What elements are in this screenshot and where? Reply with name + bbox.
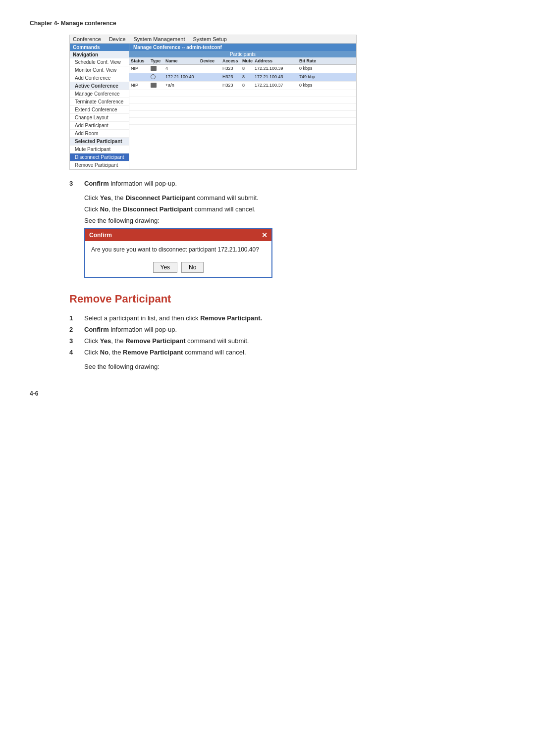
remove-step3-number: 3 [69, 337, 84, 345]
table-row[interactable]: NIP 4 H323 8 172.21.100.39 0 kbps [129, 65, 356, 73]
row1-access: H323 [221, 65, 241, 73]
row1-status: NIP [129, 65, 149, 73]
remove-step4-middle: , the [108, 349, 123, 356]
remove-step4-before: Click [84, 349, 100, 356]
remove-step4-end: command will cancel. [183, 349, 246, 356]
row1-address: 172.21.100.39 [253, 65, 298, 73]
menu-conference[interactable]: Conference [73, 36, 101, 42]
col-header-address: Address [253, 57, 298, 64]
menu-device[interactable]: Device [109, 36, 126, 42]
col-header-bitrate: Bit Rate [298, 57, 327, 64]
nav-panel: Commands Navigation Schedule Conf. View … [70, 44, 129, 169]
table-row-empty [129, 118, 356, 125]
close-icon[interactable]: ✕ [262, 231, 268, 239]
nav-mute-participant[interactable]: Mute Participant [70, 146, 129, 153]
remove-step4-no: No [100, 349, 108, 356]
confirm-bold: Confirm [84, 180, 109, 187]
nav-active-conference-title: Active Conference [70, 82, 129, 90]
nav-terminate-conference[interactable]: Terminate Conference [70, 98, 129, 106]
screenshot-container: Conference Device System Management Syst… [69, 35, 357, 170]
remove-step1-line: 1 Select a participant in list, and then… [69, 314, 505, 322]
row2-access: H323 [221, 73, 241, 81]
row2-name: 172.21.100.40 [164, 73, 199, 81]
row1-type [149, 65, 164, 73]
table-row[interactable]: NIP +a/n H323 8 172.21.100.37 0 kbps [129, 82, 356, 90]
end-1: command will submit. [195, 194, 259, 202]
nav-remove-participant[interactable]: Remove Participant [70, 161, 129, 169]
remove-step1-text: Select a participant in list, and then c… [84, 314, 262, 322]
remove-step3-middle: , the [111, 337, 125, 345]
confirm-message: Are you sure you want to disconnect part… [85, 241, 271, 258]
step3-text: Confirm information will pop-up. [84, 180, 177, 187]
row2-address: 172.21.100.43 [253, 73, 298, 81]
row3-address: 172.21.100.37 [253, 82, 298, 90]
nav-selected-participant-title: Selected Participant [70, 138, 129, 146]
click-label-1: Click [84, 194, 100, 202]
indent1: Click Yes, the Disconnect Participant co… [84, 194, 505, 202]
page-number: 4-6 [30, 390, 505, 397]
nav-add-conference[interactable]: Add Conference [70, 74, 129, 82]
nav-disconnect-participant[interactable]: Disconnect Participant [70, 153, 129, 161]
step3-block: 3 Confirm information will pop-up. [69, 180, 505, 187]
remove-step2-after: information will pop-up. [109, 326, 177, 333]
col-header-mute: Mute [241, 57, 253, 64]
menu-bar: Conference Device System Management Syst… [70, 35, 356, 44]
nav-manage-conference[interactable]: Manage Conference [70, 90, 129, 98]
remove-step2-confirm: Confirm [84, 326, 109, 333]
col-header-name: Name [164, 57, 199, 64]
row3-access: H323 [221, 82, 241, 90]
row3-name: +a/n [164, 82, 199, 90]
participants-header: Participants [129, 51, 356, 57]
yes-bold-1: Yes [100, 194, 111, 202]
end-2: command will cancel. [193, 205, 256, 213]
screenshot-content: Commands Navigation Schedule Conf. View … [70, 44, 356, 169]
nav-add-room[interactable]: Add Room [70, 130, 129, 138]
menu-system-management[interactable]: System Management [134, 36, 185, 42]
row2-device [199, 73, 221, 81]
confirm-title: Confirm [89, 232, 112, 239]
see-drawing-1: See the following drawing: [84, 217, 505, 224]
menu-system-setup[interactable]: System Setup [193, 36, 226, 42]
row1-bitrate: 0 kbps [298, 65, 327, 73]
row3-status: NIP [129, 82, 149, 90]
remove-step3-remove: Remove Participant [125, 337, 185, 345]
confirm-buttons: Yes No [85, 258, 271, 277]
remove-step3-yes: Yes [100, 337, 111, 345]
disconnect-bold-2: Disconnect Participant [123, 205, 193, 213]
row3-device [199, 82, 221, 90]
no-bold-1: No [100, 205, 108, 213]
remove-participant-heading: Remove Participant [69, 293, 505, 305]
remove-step2-text: Confirm information will pop-up. [84, 326, 177, 333]
middle-2: , the [108, 205, 123, 213]
step3-line: 3 Confirm information will pop-up. [69, 180, 505, 187]
monitor-icon [151, 66, 157, 71]
step3-text-after: information will pop-up. [109, 180, 177, 187]
main-panel: Manage Conference -- admin-testconf Part… [129, 44, 356, 169]
table-row-empty [129, 104, 356, 111]
middle-1: , the [111, 194, 125, 202]
row3-bitrate: 0 kbps [298, 82, 327, 90]
row3-type [149, 82, 164, 90]
nav-extend-conference[interactable]: Extend Conference [70, 106, 129, 114]
disconnect-bold-1: Disconnect Participant [125, 194, 195, 202]
see-drawing-2: See the following drawing: [84, 363, 505, 370]
nav-commands-title: Commands [70, 44, 129, 51]
confirm-dialog: Confirm ✕ Are you sure you want to disco… [84, 228, 272, 278]
remove-step1-bold: Remove Participant. [200, 314, 262, 322]
yes-button[interactable]: Yes [153, 262, 178, 273]
col-header-type: Type [149, 57, 164, 64]
remove-step4-line: 4 Click No, the Remove Participant comma… [69, 349, 505, 356]
col-header-access: Access [221, 57, 241, 64]
row1-device [199, 65, 221, 73]
remove-step1-number: 1 [69, 314, 84, 322]
nav-change-layout[interactable]: Change Layout [70, 114, 129, 122]
no-button[interactable]: No [181, 262, 204, 273]
panel-title: Manage Conference -- admin-testconf [129, 44, 356, 51]
table-row[interactable]: 172.21.100.40 H323 8 172.21.100.43 749 k… [129, 73, 356, 82]
row2-mute: 8 [241, 73, 253, 81]
row1-name: 4 [164, 65, 199, 73]
nav-monitor-conf[interactable]: Monitor Conf. View [70, 66, 129, 74]
nav-navigation-title: Navigation [70, 51, 129, 58]
nav-add-participant[interactable]: Add Participant [70, 122, 129, 130]
nav-schedule-conf[interactable]: Schedule Conf. View [70, 58, 129, 66]
